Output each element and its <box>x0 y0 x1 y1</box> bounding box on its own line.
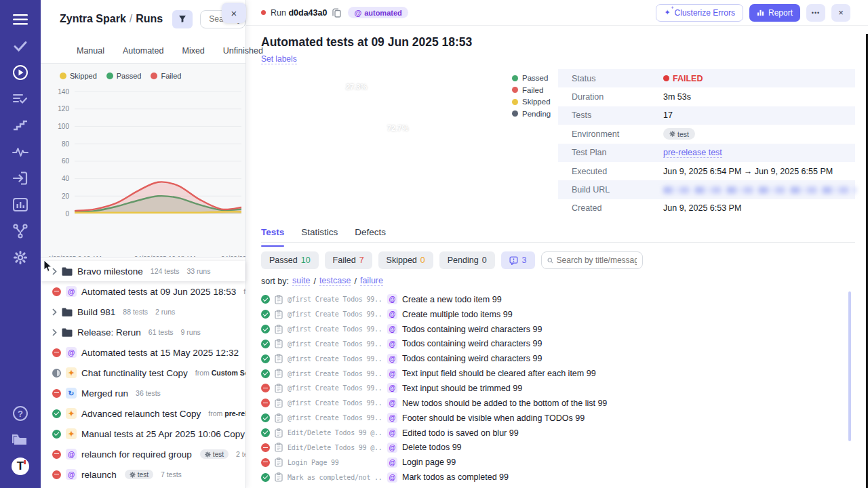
test-suite[interactable]: @first Create Todos 99... <box>288 310 382 318</box>
legend-item-skipped[interactable]: Skipped <box>60 72 97 80</box>
test-suite[interactable]: @first Create Todos 99... <box>288 414 382 422</box>
logo-icon[interactable]: T <box>9 456 32 476</box>
donut-legend-failed[interactable]: Failed <box>512 86 551 94</box>
run-group-row[interactable]: Release: Rerun61 tests9 runs <box>41 322 245 342</box>
sort-by-failure[interactable]: failure <box>360 276 383 286</box>
run-row[interactable]: ✦Chat functinality test Copyfrom Custom … <box>41 363 245 383</box>
test-suite[interactable]: Edit/Delete Todos 99 @... <box>288 444 382 451</box>
test-row[interactable]: @first Create Todos 99...@Todos containi… <box>261 337 868 352</box>
test-row[interactable]: @first Create Todos 99...@Text input sho… <box>261 381 868 396</box>
tab-statistics[interactable]: Statistics <box>301 227 338 242</box>
sort-by-testcase[interactable]: testcase <box>319 276 351 286</box>
help-icon[interactable]: ? <box>9 403 32 424</box>
donut-legend-pending[interactable]: Pending <box>512 110 551 118</box>
test-suite[interactable]: @first Create Todos 99... <box>288 296 382 303</box>
run-row[interactable]: ✦Advanced relaunch test Copyfrom pre-rel… <box>41 403 245 424</box>
filter-button[interactable] <box>172 10 193 28</box>
comments-filter-pill[interactable]: 3 <box>501 251 535 269</box>
check-icon[interactable] <box>9 36 32 56</box>
test-suite[interactable]: @first Create Todos 99... <box>288 340 382 348</box>
donut-legend-skipped[interactable]: Skipped <box>512 98 551 106</box>
pulse-icon[interactable] <box>9 142 32 162</box>
test-name[interactable]: Create multiple todo items 99 <box>402 310 513 319</box>
run-row[interactable]: ↻Merged run36 tests <box>41 383 245 403</box>
test-name[interactable]: Footer should be visible when adding TOD… <box>402 413 585 423</box>
test-name[interactable]: Delete todos 99 <box>402 443 462 452</box>
test-suite[interactable]: @first Create Todos 99... <box>288 370 382 378</box>
legend-item-failed[interactable]: Failed <box>151 72 181 80</box>
run-row[interactable]: @Automated tests at 15 May 2025 12:32fro… <box>41 342 245 363</box>
test-row[interactable]: Edit/Delete Todos 99 @...@Edited todo is… <box>261 426 868 441</box>
filter-pill-pending[interactable]: Pending0 <box>439 251 495 269</box>
run-group-row[interactable]: Build 98188 tests2 runs <box>41 302 245 322</box>
expand-chevron[interactable] <box>52 308 57 316</box>
test-name[interactable]: Login page 99 <box>402 458 456 467</box>
project-name[interactable]: Zyntra Spark <box>60 13 126 24</box>
test-row[interactable]: Edit/Delete Todos 99 @...@Delete todos 9… <box>261 440 868 455</box>
test-row[interactable]: Login Page 99@Login page 99 <box>261 455 868 470</box>
test-suite[interactable]: @first Create Todos 99... <box>288 399 382 407</box>
test-name[interactable]: Mark todos as completed 99 <box>402 472 509 482</box>
test-suite[interactable]: @first Create Todos 99... <box>288 355 382 363</box>
test-row[interactable]: @first Create Todos 99...@Todos containi… <box>261 322 868 337</box>
tests-scrollbar-thumb[interactable] <box>848 291 851 441</box>
test-name[interactable]: Todos containing weird characters 99 <box>402 354 542 363</box>
test-suite[interactable]: Mark as completed/not ... <box>288 474 382 481</box>
expand-chevron[interactable] <box>52 329 57 336</box>
tab-mixed[interactable]: Mixed <box>182 46 204 56</box>
test-row[interactable]: @first Create Todos 99...@New todos shou… <box>261 396 868 411</box>
test-suite[interactable]: @first Create Todos 99... <box>288 384 382 392</box>
test-name[interactable]: Text input should be trimmed 99 <box>402 384 522 393</box>
tab-tests[interactable]: Tests <box>261 227 284 242</box>
sign-in-icon[interactable] <box>9 168 32 188</box>
tab-defects[interactable]: Defects <box>355 227 386 242</box>
test-suite[interactable]: @first Create Todos 99... <box>288 325 382 333</box>
folders-icon[interactable] <box>9 430 32 450</box>
gear-icon[interactable] <box>9 247 32 268</box>
bar-chart-icon[interactable] <box>9 195 32 215</box>
tests-search[interactable] <box>541 251 643 269</box>
play-circle-icon[interactable] <box>9 62 32 83</box>
report-button[interactable]: Report <box>749 4 800 22</box>
donut-legend-passed[interactable]: Passed <box>512 74 551 82</box>
legend-item-passed[interactable]: Passed <box>106 72 142 80</box>
close-run-button[interactable]: × <box>831 4 850 22</box>
menu-icon[interactable] <box>9 9 32 30</box>
more-actions-button[interactable]: ••• <box>806 4 825 22</box>
filter-pill-skipped[interactable]: Skipped0 <box>378 251 433 269</box>
drawer-close-button[interactable]: × <box>222 3 246 23</box>
test-plan-link[interactable]: pre-release test <box>663 148 722 158</box>
tab-unfinished[interactable]: Unfinished <box>223 46 263 56</box>
test-name[interactable]: New todos should be added to the bottom … <box>402 399 607 408</box>
test-suite[interactable]: Edit/Delete Todos 99 @... <box>288 429 382 436</box>
sort-by-suite[interactable]: suite <box>292 276 310 286</box>
steps-icon[interactable] <box>9 115 32 136</box>
run-row[interactable]: ✦Manual tests at 25 Apr 2025 10:06 Copyf… <box>41 424 245 444</box>
branch-icon[interactable] <box>9 221 32 241</box>
filter-pill-failed[interactable]: Failed7 <box>325 251 372 269</box>
expand-chevron[interactable] <box>52 268 57 275</box>
test-name[interactable]: Todos containing weird characters 99 <box>402 339 542 348</box>
test-row[interactable]: @first Create Todos 99...@Todos containi… <box>261 351 868 366</box>
test-row[interactable]: @first Create Todos 99...@Text input fie… <box>261 366 868 381</box>
run-row[interactable]: @relaunchtest7 tests <box>41 464 245 485</box>
test-name[interactable]: Create a new todo item 99 <box>402 295 502 304</box>
copy-run-id-button[interactable] <box>332 8 341 18</box>
filter-pill-passed[interactable]: Passed10 <box>261 251 319 269</box>
test-row[interactable]: @first Create Todos 99...@Create multipl… <box>261 307 868 322</box>
run-row[interactable]: @relaunch for required grouptest2 tests <box>41 444 245 464</box>
tests-search-input[interactable] <box>557 256 637 265</box>
clusterize-errors-button[interactable]: ✦+ Clusterize Errors <box>656 4 743 22</box>
list-check-icon[interactable] <box>9 89 32 109</box>
tab-automated[interactable]: Automated <box>123 46 163 56</box>
test-row[interactable]: Mark as completed/not ...@Mark todos as … <box>261 470 868 485</box>
tab-manual[interactable]: Manual <box>77 46 104 56</box>
set-labels-link[interactable]: Set labels <box>261 54 297 64</box>
test-row[interactable]: @first Create Todos 99...@Create a new t… <box>261 292 868 307</box>
run-group-row[interactable]: Bravo milestone124 tests33 runs <box>41 261 245 281</box>
run-row[interactable]: @Automated tests at 09 Jun 2025 18:53fro… <box>41 281 245 302</box>
test-suite[interactable]: Login Page 99 <box>288 459 382 466</box>
test-row[interactable]: @first Create Todos 99...@Footer should … <box>261 411 868 426</box>
test-name[interactable]: Text input field should be cleared after… <box>402 369 596 378</box>
test-name[interactable]: Todos containing weird characters 99 <box>402 325 542 334</box>
